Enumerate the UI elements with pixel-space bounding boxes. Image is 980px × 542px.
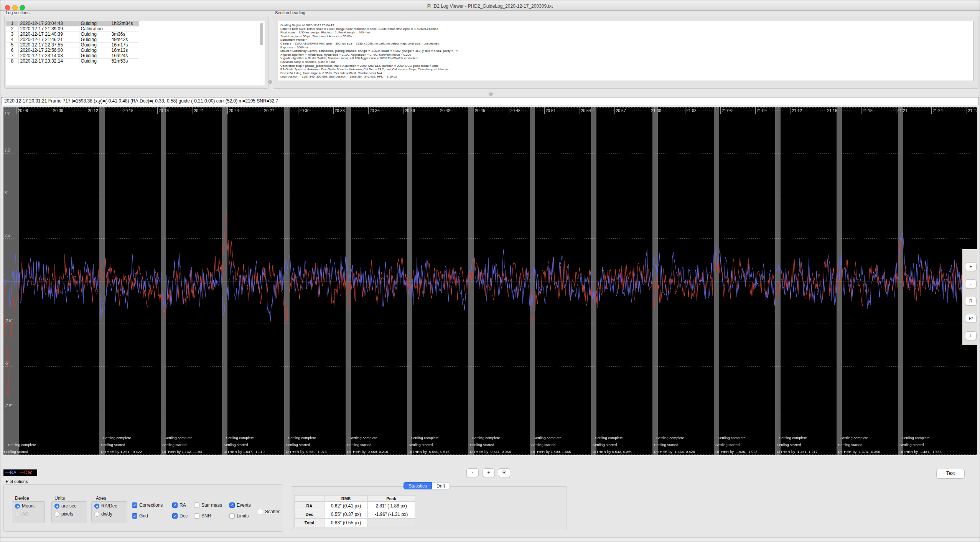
log-cell-num: 4 xyxy=(6,37,18,43)
vertical-splitter-handle[interactable] xyxy=(268,80,272,84)
stats-rms-value: 0.55" (0.37 px) xyxy=(324,510,368,519)
chart-reset-button[interactable]: R xyxy=(965,297,977,306)
x-axis-label: 21:12 xyxy=(792,108,802,113)
x-axis-label: 21:09 xyxy=(757,108,767,113)
event-settling-complete: Settling complete xyxy=(411,436,439,440)
event-dither-label: DITHER by -0.541, 0.054 xyxy=(470,449,511,454)
radio-pixels[interactable] xyxy=(54,512,59,517)
event-settling-started: Settling started xyxy=(470,443,494,447)
radio-dx-dy[interactable] xyxy=(94,512,99,517)
event-dither-label: DITHER by -1.373, -0.396 xyxy=(838,449,880,454)
checkbox-ra[interactable]: ✓ xyxy=(172,502,178,508)
reset-zoom-button[interactable]: R xyxy=(498,468,510,477)
event-settling-started: Settling started xyxy=(777,443,801,447)
log-cell-dt: 2020-12-17 23:32:14 xyxy=(18,59,79,64)
checkbox-label-limits: Limits xyxy=(237,513,249,519)
zoom-in-button[interactable]: + xyxy=(483,468,495,477)
chart-zoom-in-button[interactable]: + xyxy=(965,262,977,271)
checkbox-scatter[interactable] xyxy=(258,509,263,514)
log-sections-label: Log sections xyxy=(6,10,30,15)
zoom-out-button[interactable]: - xyxy=(466,468,479,477)
chart-limits-button[interactable]: L xyxy=(965,331,977,340)
log-section-row[interactable]: 12020-12-17 20:04:43Guiding1h22m34s xyxy=(6,21,139,26)
x-axis-label: 20:06 xyxy=(18,108,28,113)
legend-ra: —RA xyxy=(5,469,16,476)
section-heading-line: Dec = 24.2 deg, Hour angle = -2.95 hr, P… xyxy=(280,71,973,75)
stats-header-Peak: Peak xyxy=(368,496,415,502)
event-dither-label: DITHER by 1.647, -1.210 xyxy=(224,449,265,454)
event-settling-started: Settling started xyxy=(531,443,555,447)
checkbox-snr[interactable] xyxy=(194,513,199,519)
event-settling-started: Settling started xyxy=(224,443,248,447)
x-axis-label: 20:36 xyxy=(370,108,380,113)
section-heading-label: Section heading xyxy=(275,10,305,15)
event-settling-complete: Settling complete xyxy=(779,436,807,440)
log-sections-list[interactable]: 12020-12-17 20:04:43Guiding1h22m34s22020… xyxy=(6,21,265,86)
section-heading-line: X guide algorithm = Hysteresis, Hysteres… xyxy=(280,53,973,57)
section-heading-line: Mount = Losmandy Gemini, connected, guid… xyxy=(280,49,973,53)
radio-ra-dec[interactable] xyxy=(94,504,99,509)
radio-mount[interactable] xyxy=(15,504,20,509)
checkbox-grid[interactable]: ✓ xyxy=(132,513,137,519)
log-cell-dt: 2020-12-17 21:46:21 xyxy=(18,37,79,43)
tab-statistics[interactable]: Statistics xyxy=(404,482,432,489)
checkbox-star-mass[interactable] xyxy=(194,502,199,508)
event-settling-complete: Settling complete xyxy=(718,436,746,440)
guide-chart[interactable]: 20:0620:0920:1220:1520:1820:2120:2420:27… xyxy=(3,107,977,455)
event-dither-label: DITHER by -1.451, 1.217 xyxy=(777,449,818,454)
y-axis-label: -2.5" xyxy=(5,319,13,323)
chart-zoom-out-button[interactable]: - xyxy=(965,279,977,288)
log-cell-type: Guiding xyxy=(79,59,110,64)
tab-drift[interactable]: Drift xyxy=(432,482,450,489)
log-section-row[interactable]: 72020-12-17 23:14:03Guiding16m24s xyxy=(6,53,139,59)
x-axis-label: 20:27 xyxy=(264,108,274,113)
checkbox-events[interactable]: ✓ xyxy=(229,502,235,508)
log-cell-type: Calibration xyxy=(79,26,110,32)
chart-legend: —RA —Dec xyxy=(3,469,37,476)
log-section-row[interactable]: 42020-12-17 21:46:21Guiding49m42s xyxy=(6,37,139,43)
log-section-row[interactable]: 62020-12-17 22:56:00Guiding16m13s xyxy=(6,48,139,53)
x-axis-label: 21:18 xyxy=(863,108,873,113)
log-section-row[interactable]: 52020-12-17 22:37:55Guiding16m17s xyxy=(6,43,139,48)
stats-row-ra: RA0.62" (0.41 px)2.81" ( 1.88 px) xyxy=(295,502,415,510)
log-cell-num: 8 xyxy=(6,59,18,64)
text-button[interactable]: Text xyxy=(936,469,965,479)
event-dither-label: DITHER by -0.090, 0.515 xyxy=(408,449,450,454)
log-sections-scrollbar[interactable] xyxy=(260,22,264,84)
statistics-table: RMSPeak RA0.62" (0.41 px)2.81" ( 1.88 px… xyxy=(294,495,415,527)
guide-chart-canvas[interactable] xyxy=(3,107,977,455)
y-axis-label: -7.5" xyxy=(5,404,13,408)
title-bar[interactable]: PHD2 Log Viewer - PHD2_GuideLog_2020-12-… xyxy=(0,0,980,11)
x-axis-label: 21:27 xyxy=(968,108,978,113)
event-settling-complete: Settling complete xyxy=(656,436,684,440)
section-heading-line: Y guide algorithm = Resist Switch, Minim… xyxy=(280,56,973,60)
log-cell-dt: 2020-12-17 21:39:09 xyxy=(18,26,79,32)
checkbox-label-scatter: Scatter xyxy=(265,509,280,514)
section-heading-text: Guiding Begins at 2020-12-17 20:04:43Dit… xyxy=(278,21,973,81)
x-axis-label: 20:18 xyxy=(159,108,169,113)
radio-ao xyxy=(15,512,20,517)
x-axis-label: 20:42 xyxy=(440,108,450,113)
event-settling-complete: Settling complete xyxy=(595,436,623,440)
checkbox-corrections[interactable]: ✓ xyxy=(132,502,137,508)
event-settling-started: Settling started xyxy=(101,443,125,447)
section-heading-line: Lock position = 1587.846, 350.663, Star … xyxy=(280,75,973,79)
event-settling-started: Settling started xyxy=(162,443,186,447)
log-section-row[interactable]: 82020-12-17 23:32:14Guiding52m53s xyxy=(6,59,139,64)
chart-pixels-arcsec-button[interactable]: P/ xyxy=(965,314,977,323)
statistics-tabs: StatisticsDrift xyxy=(404,482,450,489)
log-cell-num: 5 xyxy=(6,43,18,48)
log-section-row[interactable]: 32020-12-17 21:40:39Guiding3m36s xyxy=(6,32,139,37)
checkbox-limits[interactable] xyxy=(229,513,235,519)
checkbox-dec[interactable]: ✓ xyxy=(172,513,178,519)
log-cell-dt: 2020-12-17 22:37:55 xyxy=(18,43,79,48)
log-cell-num: 7 xyxy=(6,53,18,59)
event-settling-started: Settling started xyxy=(838,443,862,447)
log-cell-type: Guiding xyxy=(79,21,110,26)
radio-arc-sec[interactable] xyxy=(54,504,59,509)
scrollbar-thumb[interactable] xyxy=(260,23,263,45)
section-heading-line: Exposure = 2000 ms xyxy=(280,46,973,50)
log-cell-dur: 3m36s xyxy=(110,32,139,37)
log-section-row[interactable]: 22020-12-17 21:39:09Calibration xyxy=(6,26,139,32)
horizontal-splitter-handle[interactable] xyxy=(489,93,493,96)
